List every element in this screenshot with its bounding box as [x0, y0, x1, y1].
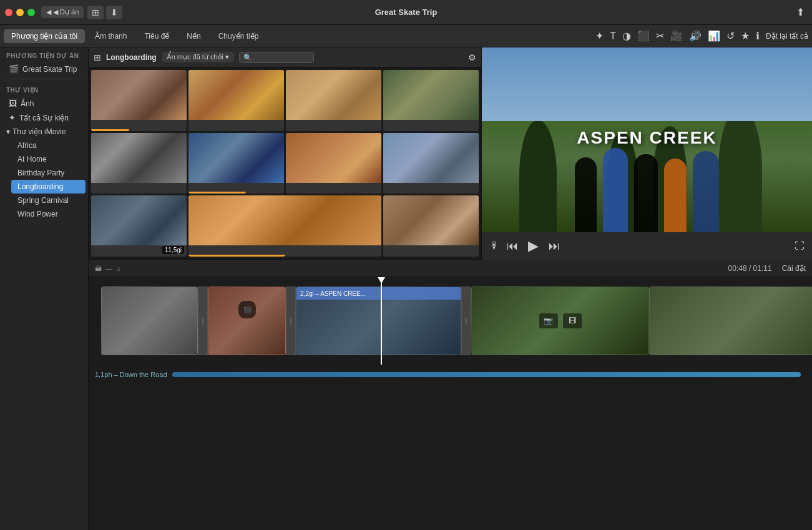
filter-tool-icon[interactable]: ★	[741, 30, 750, 42]
sidebar-item-project[interactable]: 🎬 Great Skate Trip	[2, 62, 86, 76]
media-thumb-9[interactable]: 11,5gi	[91, 195, 187, 257]
timeline-settings-button[interactable]: Cài đặt	[782, 264, 806, 273]
media-thumb-10[interactable]	[188, 195, 381, 257]
person-2	[603, 148, 628, 232]
thumb-img-4	[383, 70, 479, 120]
library-view-button[interactable]: ⊞	[87, 6, 104, 19]
close-button[interactable]	[5, 9, 12, 16]
media-header: ⊞ Longboarding Ẩn mục đã từ chối ▾ ⚙	[89, 47, 481, 67]
media-thumb-6[interactable]	[188, 133, 284, 194]
sky	[482, 47, 812, 121]
minimize-button[interactable]	[16, 9, 24, 16]
clip-transition-1[interactable]: |	[198, 287, 208, 355]
tab-media[interactable]: Phương tiện của tôi	[4, 29, 85, 43]
media-thumb-11[interactable]	[383, 195, 479, 257]
preview-panel: ASPEN CREEK 🎙 ⏮ ▶ ⏭ ⛶	[481, 47, 812, 260]
media-thumb-3[interactable]	[286, 70, 381, 131]
sidebar-item-wind-power[interactable]: Wind Power	[11, 207, 86, 221]
titlebar: ◀ ◀ Dự án ⊞ ⬇ Great Skate Trip ⬆	[0, 0, 812, 25]
skip-forward-button[interactable]: ⏭	[546, 237, 562, 255]
thumb-bar-6	[188, 192, 246, 194]
tab-audio[interactable]: Âm thanh	[87, 29, 134, 43]
timeline-clip-5[interactable]	[649, 287, 812, 355]
color-tool-icon[interactable]: ◑	[622, 30, 631, 42]
sidebar-item-at-home[interactable]: At Home	[11, 152, 86, 166]
thumb-img-11	[383, 195, 479, 245]
filter-button[interactable]: Ẩn mục đã từ chối ▾	[162, 52, 234, 62]
zoom-in-icon[interactable]: 🏔	[95, 265, 102, 272]
reset-all-button[interactable]: Đặt lại tất cả	[766, 32, 808, 41]
timeline-clip-2[interactable]: ⬛	[208, 287, 286, 355]
media-thumb-2[interactable]	[188, 70, 284, 131]
longboarding-label: Longboarding	[17, 182, 63, 191]
timeline-zoom: 🏔 —	[95, 265, 112, 272]
media-browser-title: Longboarding	[106, 53, 157, 62]
maximize-button[interactable]	[27, 9, 35, 16]
media-thumb-5[interactable]	[91, 133, 187, 194]
sidebar-item-photos[interactable]: 🖼 Ảnh	[2, 96, 86, 110]
media-settings-button[interactable]: ⚙	[468, 52, 476, 62]
timeline-content[interactable]: | ⬛ | 2,2gi – ASPEN CREE...	[89, 277, 812, 530]
skip-back-button[interactable]: ⏮	[504, 237, 521, 255]
magic-wand-icon[interactable]: ✦	[595, 30, 604, 42]
back-button[interactable]: ◀ ◀ Dự án	[41, 6, 84, 18]
tab-background[interactable]: Nền	[179, 29, 208, 43]
media-thumb-4[interactable]	[383, 70, 479, 131]
media-thumb-8[interactable]	[383, 133, 479, 194]
thumb-img-3	[286, 70, 381, 120]
imovie-library-header[interactable]: ▾ Thư viện iMovie	[0, 125, 88, 139]
sidebar: PHƯƠNG TIỆN DỰ ÁN 🎬 Great Skate Trip THƯ…	[0, 47, 89, 530]
home-icon: ⌂	[116, 265, 120, 272]
timeline-clip-1[interactable]	[101, 287, 198, 355]
thumb-img-2	[188, 70, 284, 120]
clip-transition-3[interactable]: |	[461, 287, 471, 355]
camera-tool-icon[interactable]: 🎥	[670, 30, 683, 42]
trim-tool-icon[interactable]: ✂	[656, 30, 664, 42]
fullscreen-button[interactable]: ⛶	[795, 240, 805, 252]
play-button[interactable]: ▶	[526, 235, 541, 257]
all-events-label: Tất cả Sự kiện	[19, 114, 69, 122]
crop-tool-icon[interactable]: ⬛	[637, 30, 650, 42]
thumb-img-1	[91, 70, 187, 120]
back-label: ◀ Dự án	[53, 8, 79, 16]
timeline-clip-4[interactable]: 📷 🎞	[471, 287, 649, 355]
sidebar-item-africa[interactable]: Africa	[11, 139, 86, 152]
spring-carnival-label: Spring Carnival	[17, 196, 69, 205]
library-section-title: THƯ VIỆN	[0, 82, 88, 96]
content-area: ⊞ Longboarding Ẩn mục đã từ chối ▾ ⚙	[89, 47, 812, 530]
thumb-img-6	[188, 133, 284, 183]
sidebar-item-birthday-party[interactable]: Birthday Party	[11, 166, 86, 180]
media-search-input[interactable]	[239, 52, 314, 63]
events-icon: ✦	[9, 113, 16, 122]
silhouette-group	[482, 148, 812, 232]
media-thumb-1[interactable]	[91, 70, 187, 131]
tab-title[interactable]: Tiêu đề	[137, 29, 177, 43]
tab-transition[interactable]: Chuyển tiếp	[211, 29, 267, 43]
thumb-img-9	[91, 195, 187, 245]
thumb-img-7	[286, 133, 381, 183]
share-button[interactable]: ⬆	[794, 4, 807, 21]
clips-row: | ⬛ | 2,2gi – ASPEN CREE...	[89, 287, 812, 355]
grid-view-button[interactable]: ⊞	[94, 52, 101, 62]
thumb-duration-9: 11,5gi	[162, 246, 184, 254]
chart-tool-icon[interactable]: 📊	[708, 30, 720, 42]
sidebar-divider-1	[5, 79, 83, 79]
birthday-party-label: Birthday Party	[17, 169, 64, 177]
photos-label: Ảnh	[21, 99, 34, 108]
timeline-clip-3[interactable]: 2,2gi – ASPEN CREE...	[296, 287, 461, 355]
project-label: Great Skate Trip	[22, 65, 77, 74]
sidebar-item-all-events[interactable]: ✦ Tất cả Sự kiện	[2, 110, 86, 125]
audio-tool-icon[interactable]: 🔊	[689, 30, 702, 42]
playhead[interactable]	[381, 277, 382, 365]
project-icon: 🎬	[9, 64, 19, 74]
zoom-level: —	[105, 265, 112, 272]
media-thumb-7[interactable]	[286, 133, 381, 194]
undo-tool-icon[interactable]: ↺	[726, 30, 735, 42]
sidebar-item-spring-carnival[interactable]: Spring Carnival	[11, 194, 86, 207]
info-tool-icon[interactable]: ℹ	[756, 30, 760, 42]
import-button[interactable]: ⬇	[106, 6, 122, 19]
mic-button[interactable]: 🎙	[489, 240, 499, 252]
sidebar-item-longboarding[interactable]: Longboarding	[11, 180, 86, 194]
clip-transition-2[interactable]: |	[286, 287, 296, 355]
text-tool-icon[interactable]: T	[610, 31, 616, 42]
